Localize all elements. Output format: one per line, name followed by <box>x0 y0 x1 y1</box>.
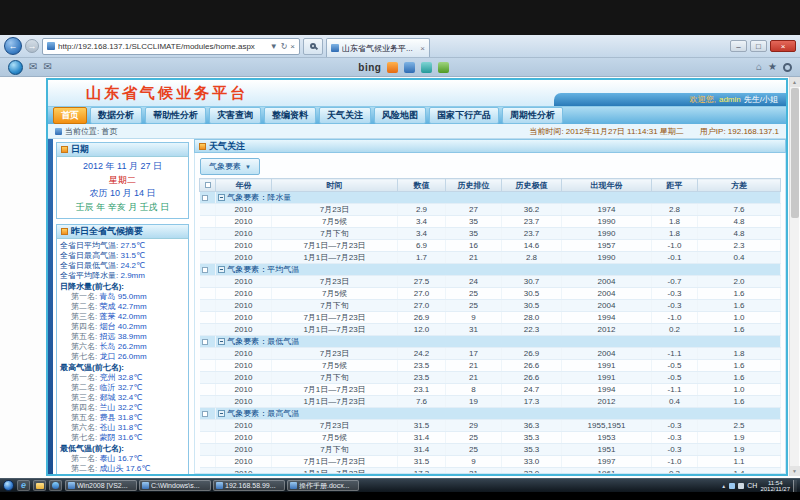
data-row[interactable]: 20107月5候31.42535.31953-0.31.9 <box>200 432 781 444</box>
column-header-3[interactable]: 数值 <box>398 179 446 192</box>
column-header-7[interactable]: 距平 <box>652 179 698 192</box>
nav-item-1[interactable]: 首页 <box>53 107 87 124</box>
data-row[interactable]: 20101月1日—7月23日7.61917.320120.41.6 <box>200 396 781 408</box>
data-row[interactable]: 20107月下旬23.52126.61991-0.51.6 <box>200 372 781 384</box>
settings-gear-icon[interactable] <box>783 63 792 72</box>
minimize-button[interactable]: – <box>730 40 747 52</box>
address-dropdown-icon[interactable]: ▼ <box>270 42 278 51</box>
nav-item-4[interactable]: 灾害查询 <box>209 107 261 124</box>
breadcrumb: 当前位置: 首页 <box>65 126 117 137</box>
column-header-1[interactable]: 年份 <box>216 179 272 192</box>
expander-icon[interactable] <box>218 194 225 201</box>
address-bar[interactable]: http://192.168.137.1/SLCCLIMATE/modules/… <box>42 38 300 55</box>
data-row[interactable]: 20107月下旬27.02530.52004-0.31.6 <box>200 300 781 312</box>
data-row[interactable]: 20101月1日—7月23日12.03122.320120.21.6 <box>200 324 781 336</box>
close-button[interactable]: × <box>770 40 796 52</box>
page-header: 山东省气候业务平台 欢迎您, admin 先生/小姐 <box>48 80 786 106</box>
back-button[interactable]: ← <box>4 37 22 55</box>
nav-item-2[interactable]: 数据分析 <box>90 107 142 124</box>
site-logo-icon[interactable] <box>8 60 23 75</box>
maximize-button[interactable]: □ <box>750 40 767 52</box>
tray-expand-icon[interactable]: ▲ <box>721 483 726 489</box>
group-checkbox[interactable] <box>202 195 208 201</box>
mail-icon-2[interactable]: ✉ <box>43 62 51 72</box>
welcome-suffix: 先生/小姐 <box>744 94 778 105</box>
refresh-icon[interactable]: ↻ <box>281 42 288 51</box>
data-row[interactable]: 20101月1日—7月23日1.7212.81990-0.10.4 <box>200 252 781 264</box>
forward-button[interactable]: → <box>25 39 39 53</box>
element-filter-button[interactable]: 气象要素 ▼ <box>200 158 260 175</box>
data-row[interactable]: 20107月5候3.43523.719901.84.8 <box>200 216 781 228</box>
data-row[interactable]: 20107月1日—7月23日26.9928.01994-1.01.0 <box>200 312 781 324</box>
nav-item-7[interactable]: 风险地图 <box>374 107 426 124</box>
url-text[interactable]: http://192.168.137.1/SLCCLIMATE/modules/… <box>58 42 267 51</box>
column-header-2[interactable]: 时间 <box>272 179 398 192</box>
explorer-taskbar-icon[interactable] <box>33 480 46 491</box>
group-row[interactable]: 气象要素：最高气温 <box>200 408 781 420</box>
expander-icon[interactable] <box>218 410 225 417</box>
data-row[interactable]: 20107月下旬3.43523.719901.84.8 <box>200 228 781 240</box>
search-button[interactable] <box>303 38 323 55</box>
scrollbar-thumb[interactable] <box>791 88 799 218</box>
group-checkbox[interactable] <box>202 411 208 417</box>
data-row[interactable]: 20107月1日—7月23日6.91614.61957-1.02.3 <box>200 240 781 252</box>
show-desktop-button[interactable] <box>793 480 797 492</box>
media-taskbar-icon[interactable] <box>49 480 62 491</box>
home-icon[interactable]: ⌂ <box>756 62 762 72</box>
toolbar-app-icon-2[interactable] <box>421 62 432 73</box>
nav-item-3[interactable]: 帮助性分析 <box>145 107 206 124</box>
window-bottom-edge <box>0 492 800 500</box>
volume-icon[interactable] <box>738 483 744 489</box>
data-row[interactable]: 20107月23日24.21726.92004-1.11.8 <box>200 348 781 360</box>
group-row[interactable]: 气象要素：平均气温 <box>200 264 781 276</box>
browser-tab[interactable]: 山东省气候业务平... × <box>326 38 430 57</box>
tab-close-icon[interactable]: × <box>420 44 425 53</box>
toolbar-app-icon-3[interactable] <box>438 62 449 73</box>
data-row[interactable]: 20107月5候23.52126.61991-0.51.6 <box>200 360 781 372</box>
clock[interactable]: 11:54 2012/11/27 <box>760 480 790 492</box>
toolbar-app-icon-1[interactable] <box>404 62 415 73</box>
expander-icon[interactable] <box>218 338 225 345</box>
scroll-down-icon[interactable]: ▼ <box>790 466 800 476</box>
ie-taskbar-icon[interactable]: e <box>17 480 30 491</box>
group-row[interactable]: 气象要素：降水量 <box>200 192 781 204</box>
group-checkbox[interactable] <box>202 267 208 273</box>
bing-tile-icon[interactable] <box>387 62 398 73</box>
nav-item-9[interactable]: 周期性分析 <box>502 107 563 124</box>
taskbar-button-4[interactable]: 操作手册.docx... <box>287 480 359 491</box>
favorites-star-icon[interactable]: ★ <box>768 62 777 72</box>
column-header-5[interactable]: 历史极值 <box>502 179 562 192</box>
taskbar-button-3[interactable]: 192.168.58.99... <box>213 480 285 491</box>
stop-icon[interactable]: × <box>290 42 295 51</box>
language-indicator[interactable]: CH <box>747 482 757 489</box>
nav-item-5[interactable]: 整编资料 <box>264 107 316 124</box>
rank-item: 第二名: 临沂 32.7℃ <box>60 383 188 393</box>
select-all-checkbox[interactable] <box>205 182 211 188</box>
data-row[interactable]: 20107月23日31.52936.31955,1951-0.32.5 <box>200 420 781 432</box>
data-row[interactable]: 20107月1日—7月23日23.1824.71994-1.11.0 <box>200 384 781 396</box>
bing-logo[interactable]: bing <box>358 62 381 73</box>
nav-item-6[interactable]: 天气关注 <box>319 107 371 124</box>
taskbar-button-2[interactable]: C:\Windows\s... <box>139 480 211 491</box>
page-scrollbar[interactable]: ▲ ▼ <box>789 77 799 476</box>
data-row[interactable]: 20101月1日—7月23日17.32123.019610.31.4 <box>200 468 781 475</box>
data-row[interactable]: 20107月23日2.92736.219742.87.6 <box>200 204 781 216</box>
column-header-6[interactable]: 出现年份 <box>562 179 652 192</box>
taskbar-button-1[interactable]: Win2008 [VS2... <box>65 480 137 491</box>
column-header-4[interactable]: 历史排位 <box>446 179 502 192</box>
mail-icon[interactable]: ✉ <box>29 62 37 72</box>
current-time: 当前时间: 2012年11月27日 11:14:31 星期二 <box>529 126 683 137</box>
nav-item-8[interactable]: 国家下行产品 <box>429 107 499 124</box>
data-row[interactable]: 20107月1日—7月23日31.5933.01997-1.01.1 <box>200 456 781 468</box>
group-checkbox[interactable] <box>202 339 208 345</box>
scroll-up-icon[interactable]: ▲ <box>790 77 800 87</box>
column-header-8[interactable]: 方差 <box>698 179 781 192</box>
rank-item: 第三名: 蓬莱 42.0mm <box>60 312 188 322</box>
network-icon[interactable] <box>729 483 735 489</box>
expander-icon[interactable] <box>218 266 225 273</box>
group-row[interactable]: 气象要素：最低气温 <box>200 336 781 348</box>
data-row[interactable]: 20107月23日27.52430.72004-0.72.0 <box>200 276 781 288</box>
start-button[interactable] <box>3 480 14 491</box>
data-row[interactable]: 20107月5候27.02530.52004-0.31.6 <box>200 288 781 300</box>
data-row[interactable]: 20107月下旬31.42535.31951-0.31.9 <box>200 444 781 456</box>
